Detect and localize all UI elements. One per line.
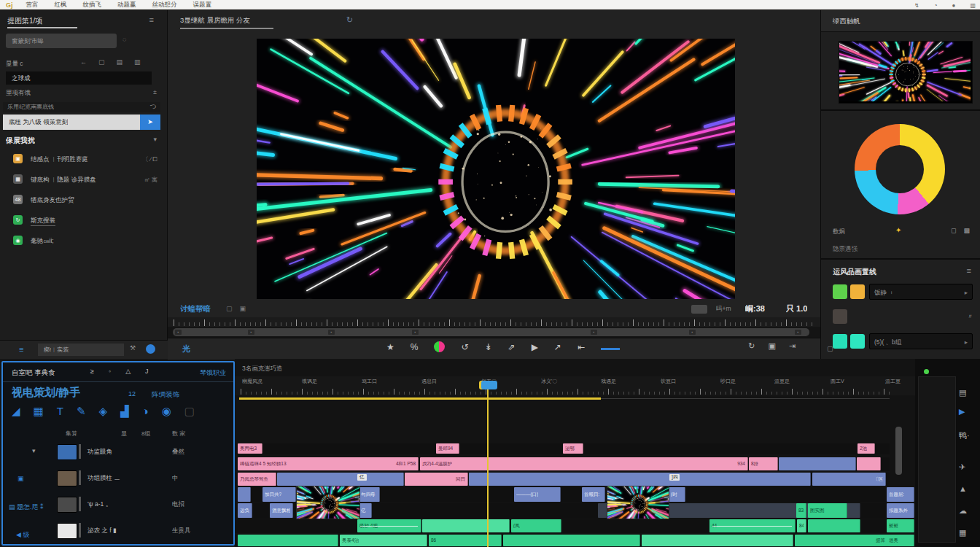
timeline-clip[interactable] <box>779 457 856 470</box>
timeline-clip[interactable]: 戊2)4-4温膜护934 <box>420 457 748 470</box>
keyboard-icon[interactable]: ▤ <box>959 388 966 397</box>
menu-item-3[interactable]: 动题赢 <box>117 1 136 9</box>
footer-menu-icon[interactable]: ≡ <box>19 345 23 354</box>
column-header[interactable]: 集算 <box>66 430 77 438</box>
menu-item-1[interactable]: 红枫 <box>55 1 67 9</box>
timeline-clip[interactable]: 曼郎94 <box>436 443 459 454</box>
lock-icon[interactable]: ▲ <box>959 484 967 493</box>
track-header-strip[interactable] <box>918 376 956 543</box>
timeline-clip[interactable]: 奥泰4治 <box>340 535 427 546</box>
lumetri-field[interactable]: (5)( 、b组▸ <box>869 333 973 349</box>
timeline-clip[interactable]: 乃阅总琴驾鱼 <box>238 473 276 486</box>
transport-left-icon[interactable]: 光 <box>182 344 190 354</box>
window-icon[interactable]: ▣ <box>768 341 775 351</box>
send-to-icon[interactable]: ⇥ <box>789 341 796 351</box>
timeline-clip[interactable]: 远负 <box>238 503 252 518</box>
footer-tab[interactable]: 梆!︱实装 <box>38 344 124 356</box>
plane-icon[interactable]: ✈ <box>959 462 965 472</box>
name-input[interactable]: 之球成 <box>6 71 152 85</box>
step-end-icon[interactable]: ⇤ <box>578 342 585 352</box>
timeline-clip[interactable]: 酒意飘相 <box>270 503 293 518</box>
diamond-marker-icon[interactable]: ✦ <box>895 226 901 234</box>
timeline-clip[interactable]: 8排 <box>749 457 778 470</box>
right-panel-header[interactable]: 绿西触帆 <box>821 10 980 32</box>
timeline-clip[interactable]: 86 <box>429 535 502 546</box>
lumetri-menu-icon[interactable]: ≡ <box>967 267 971 275</box>
empty-tool-icon[interactable]: ▢ <box>184 405 195 418</box>
column-header[interactable]: 8组 <box>141 430 150 438</box>
shape-tool-icon[interactable]: ◈ <box>98 405 107 418</box>
color-wheel[interactable] <box>855 124 945 214</box>
refresh-icon[interactable]: ↻ <box>748 341 755 351</box>
hook-icon[interactable]: Ј <box>145 368 149 375</box>
color-swatch[interactable] <box>833 334 847 349</box>
timeline-clip[interactable]: 据算 <box>795 535 888 546</box>
select-tool-icon[interactable]: ◢ <box>12 405 20 418</box>
lumetri-field[interactable]: 饭静 ︲▸ <box>869 284 973 300</box>
asset-row[interactable]: 功组膜柱 ㅡ中 <box>3 466 233 491</box>
pen-tool-icon[interactable]: ✎ <box>77 405 86 418</box>
wrench-icon[interactable]: ⚒ <box>130 345 136 352</box>
panel-menu-icon[interactable]: ≡ <box>149 16 154 24</box>
effects-list-item[interactable]: ▣结感点 ︱刊明胜赛庭〔 ∕ ⧠ <box>0 149 168 169</box>
back-icon[interactable]: ← <box>80 58 87 66</box>
column-header[interactable]: 显 <box>121 430 127 438</box>
star-tool-icon[interactable]: ★ <box>386 342 394 352</box>
timeline-vscrollbar[interactable] <box>895 427 902 475</box>
timeline-clip[interactable]: 稀链遇咪4 5 知经独134和1 P58 <box>238 457 419 470</box>
section-header[interactable]: 保展我扰 <box>6 136 35 146</box>
timeline-video-thumb[interactable] <box>607 486 669 519</box>
timeline-clip[interactable] <box>422 519 510 532</box>
timeline-clip[interactable]: 亿 <box>359 503 372 518</box>
film-icon[interactable]: ▤ <box>117 58 123 66</box>
grid-icon[interactable]: ▦ <box>959 528 966 538</box>
wheel-tool-icon[interactable]: ◑ <box>142 405 149 418</box>
section-header-icon[interactable]: ▾ <box>153 136 157 143</box>
timeline-clip[interactable]: 泌鄂 <box>563 443 583 454</box>
color-swatch[interactable] <box>850 334 865 349</box>
timeline-clip[interactable]: 44 <box>709 519 796 532</box>
loop-icon[interactable]: ↺ <box>461 342 468 352</box>
timeline-clip[interactable]: 首题层: <box>887 487 914 502</box>
color-circle-icon[interactable] <box>434 341 445 352</box>
timeline-clip[interactable]: 2池 <box>858 443 875 454</box>
assets-header-link[interactable]: 琴饿职业 <box>200 368 226 378</box>
timeline-clip[interactable] <box>642 535 793 546</box>
playhead-line[interactable] <box>487 385 489 547</box>
timeline-video-thumb[interactable] <box>296 486 360 519</box>
person-tool-icon[interactable]: ◉ <box>162 405 171 418</box>
safe-margin-icon[interactable]: ▢ <box>226 305 233 312</box>
timeline-clip[interactable]: 亿 <box>277 473 404 486</box>
assets-heading-sub[interactable]: 阵绸装饰 <box>152 390 179 400</box>
lumetri-title[interactable]: 运风品画置线 <box>833 267 876 277</box>
timeline-clip[interactable] <box>503 535 640 546</box>
timeline-clip[interactable]: ]四 <box>469 473 811 486</box>
page-icon[interactable]: ▢ <box>98 58 105 66</box>
clip-preview-thumb[interactable] <box>839 41 973 104</box>
monitor-tab[interactable]: 3显继航 晨房瞻用 分友 <box>180 16 250 26</box>
timeline-clip[interactable]: (凤 <box>511 519 561 532</box>
razor-icon[interactable]: % <box>411 342 419 352</box>
timeline-clip[interactable]: 〔区 <box>812 473 886 486</box>
drop1-icon[interactable]: ◦ <box>109 368 111 375</box>
grid-icon[interactable]: ▣ <box>240 305 246 312</box>
timeline-clip[interactable]: 奥丙电3 <box>238 443 262 454</box>
monitor-ruler[interactable] <box>168 317 820 327</box>
gutter-control[interactable]: ▾ <box>32 447 36 454</box>
gutter-control[interactable]: ▣ <box>18 475 24 482</box>
menu-item-2[interactable]: 纹插飞 <box>83 1 102 9</box>
timeline-clip[interactable]: 回日 <box>405 473 468 486</box>
search-side-icon[interactable]: ◌ <box>122 36 126 43</box>
timeline-clip[interactable]: 84 <box>797 519 806 532</box>
timeline-clip[interactable]: ———(口) <box>514 487 561 502</box>
timeline-clip[interactable]: 吸秒 4把 <box>357 519 421 532</box>
drop2-icon[interactable]: △ <box>125 368 131 375</box>
row-effects-icon[interactable]: ± <box>153 89 157 96</box>
asset-row[interactable]: 功监眼角叠然 <box>3 440 233 465</box>
bin-icon[interactable]: ▥ <box>134 58 141 66</box>
effects-list-item[interactable]: ↻斯克搜装 <box>0 210 168 230</box>
pointer-icon[interactable]: ▶ <box>959 407 965 416</box>
play-icon[interactable]: ▶ <box>532 342 538 352</box>
down-fork-icon[interactable]: ↡ <box>485 342 492 352</box>
column-header[interactable]: 数 家 <box>172 430 185 438</box>
